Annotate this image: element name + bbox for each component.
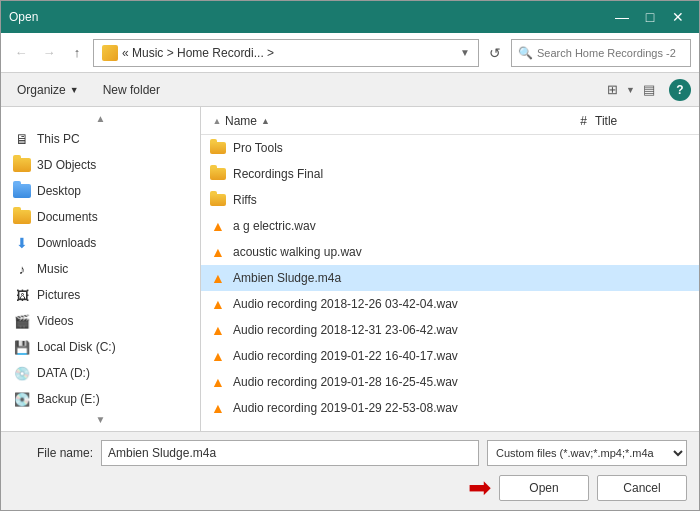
sidebar-label-local-disk-c: Local Disk (C:) [37,340,116,354]
sidebar-label-3d-objects: 3D Objects [37,158,96,172]
forward-button[interactable]: → [37,41,61,65]
cancel-button[interactable]: Cancel [597,475,687,501]
folder-icon [209,192,227,208]
close-button[interactable]: ✕ [665,7,691,27]
red-arrow-annotation: ➡ [468,474,491,502]
sidebar-item-data-d[interactable]: 💿 DATA (D:) [1,360,200,386]
data-d-icon: 💿 [13,365,31,381]
list-item-selected[interactable]: ▲ Ambien Sludge.m4a [201,265,699,291]
vlc-icon: ▲ [209,322,227,338]
vlc-icon: ▲ [209,400,227,416]
up-button[interactable]: ↑ [65,41,89,65]
minimize-button[interactable]: — [609,7,635,27]
title-bar: Open — □ ✕ [1,1,699,33]
downloads-icon: ⬇ [13,235,31,251]
col-name-header[interactable]: Name ▲ [225,114,555,128]
vlc-icon: ▲ [209,244,227,260]
open-dialog: Open — □ ✕ ← → ↑ « Music > Home Recordi.… [0,0,700,511]
sidebar-scroll-top: ▲ [1,111,200,126]
sidebar-item-downloads[interactable]: ⬇ Downloads [1,230,200,256]
this-pc-icon: 🖥 [13,131,31,147]
bottom-bar: File name: Custom files (*.wav;*.mp4;*.m… [1,431,699,510]
organize-dropdown-icon: ▼ [70,85,79,95]
folder-icon [209,140,227,156]
grid-view-icon: ⊞ [607,82,618,97]
sidebar-item-this-pc[interactable]: 🖥 This PC [1,126,200,152]
vlc-icon: ▲ [209,348,227,364]
sidebar: ▲ 🖥 This PC 3D Objects Desktop Documents… [1,107,201,431]
grid-view-button[interactable]: ⊞ [600,78,624,102]
sidebar-label-music: Music [37,262,68,276]
sidebar-label-this-pc: This PC [37,132,80,146]
backup-e-icon: 💽 [13,391,31,407]
list-item[interactable]: ▲ Audio recording 2018-12-26 03-42-04.wa… [201,291,699,317]
sidebar-item-documents[interactable]: Documents [1,204,200,230]
help-button[interactable]: ? [669,79,691,101]
path-bar[interactable]: « Music > Home Recordi... > ▼ [93,39,479,67]
back-button[interactable]: ← [9,41,33,65]
list-item[interactable]: Riffs [201,187,699,213]
vlc-cone-icon: ▲ [211,218,225,234]
address-bar: ← → ↑ « Music > Home Recordi... > ▼ ↺ 🔍 [1,33,699,73]
videos-icon: 🎬 [13,313,31,329]
sidebar-item-desktop[interactable]: Desktop [1,178,200,204]
maximize-button[interactable]: □ [637,7,663,27]
list-item[interactable]: ▲ acoustic walking up.wav [201,239,699,265]
col-title-header: Title [595,114,675,128]
path-text: « Music > Home Recordi... > [122,46,456,60]
path-folder-icon [102,45,118,61]
refresh-icon: ↺ [489,45,501,61]
sidebar-item-videos[interactable]: 🎬 Videos [1,308,200,334]
pictures-icon: 🖼 [13,287,31,303]
filetype-select[interactable]: Custom files (*.wav;*.mp4;*.m4a [487,440,687,466]
sidebar-item-local-disk-c[interactable]: 💾 Local Disk (C:) [1,334,200,360]
sidebar-label-pictures: Pictures [37,288,80,302]
refresh-button[interactable]: ↺ [483,41,507,65]
organize-button[interactable]: Organize ▼ [9,78,87,102]
open-button[interactable]: Open [499,475,589,501]
forward-icon: → [43,45,56,60]
sidebar-item-music[interactable]: ♪ Music [1,256,200,282]
list-item[interactable]: ▲ Audio recording 2019-01-22 16-40-17.wa… [201,343,699,369]
list-item[interactable]: ▲ Audio recording 2019-01-28 16-25-45.wa… [201,369,699,395]
search-input[interactable] [537,47,684,59]
file-area: ▲ Name ▲ # Title Pro Tools [201,107,699,431]
sidebar-item-backup-e[interactable]: 💽 Backup (E:) [1,386,200,412]
list-item[interactable]: ▲ Audio recording 2018-12-31 23-06-42.wa… [201,317,699,343]
action-row: ➡ Open Cancel [13,474,687,502]
view-buttons: ⊞ ▼ ▤ [600,78,661,102]
main-content: ▲ 🖥 This PC 3D Objects Desktop Documents… [1,107,699,431]
filename-input[interactable] [101,440,479,466]
sidebar-label-documents: Documents [37,210,98,224]
list-item[interactable]: Recordings Final [201,161,699,187]
header-scroll-icon: ▲ [209,116,225,126]
sidebar-scroll-down-icon[interactable]: ▼ [96,414,106,425]
sidebar-label-backup-e: Backup (E:) [37,392,100,406]
vlc-cone-icon: ▲ [211,270,225,286]
new-folder-button[interactable]: New folder [95,78,168,102]
list-view-button[interactable]: ▤ [637,78,661,102]
list-item[interactable]: ▲ a g electric.wav [201,213,699,239]
vlc-icon: ▲ [209,218,227,234]
music-icon: ♪ [13,261,31,277]
col-hash-header: # [555,114,595,128]
list-item[interactable]: Pro Tools [201,135,699,161]
dialog-title: Open [9,10,609,24]
sidebar-scroll-up-icon[interactable]: ▲ [96,113,106,124]
search-box[interactable]: 🔍 [511,39,691,67]
local-disk-c-icon: 💾 [13,339,31,355]
sidebar-label-downloads: Downloads [37,236,96,250]
sidebar-scroll-bottom: ▼ [1,412,200,427]
sidebar-item-3d-objects[interactable]: 3D Objects [1,152,200,178]
up-icon: ↑ [74,45,81,60]
vlc-icon: ▲ [209,270,227,286]
vlc-icon: ▲ [209,296,227,312]
sidebar-item-pictures[interactable]: 🖼 Pictures [1,282,200,308]
vlc-cone-icon: ▲ [211,322,225,338]
vlc-cone-icon: ▲ [211,296,225,312]
sidebar-label-desktop: Desktop [37,184,81,198]
list-item[interactable]: ▲ Audio recording 2019-01-29 22-53-08.wa… [201,395,699,421]
sidebar-label-data-d: DATA (D:) [37,366,90,380]
vlc-icon: ▲ [209,374,227,390]
vlc-cone-icon: ▲ [211,400,225,416]
